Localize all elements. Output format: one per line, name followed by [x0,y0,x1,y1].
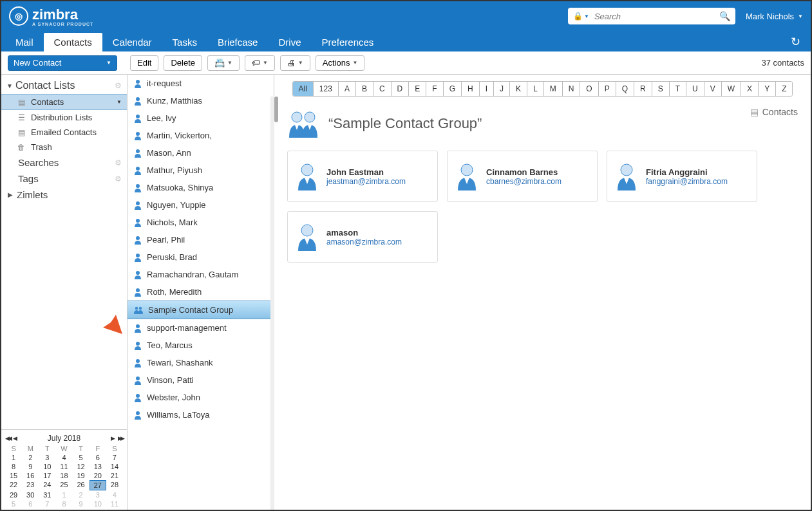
new-contact-button[interactable]: New Contact ▼ [8,55,117,71]
member-email[interactable]: jeastman@zimbra.com [326,177,406,186]
contact-list-item[interactable]: it-request [127,75,274,92]
search-icon[interactable]: 🔍 [719,11,730,21]
member-email[interactable]: cbarnes@zimbra.com [486,177,562,186]
alpha-123[interactable]: 123 [314,82,339,96]
alpha-i[interactable]: I [480,82,494,96]
cal-day[interactable]: 15 [5,471,22,480]
contact-lists-header[interactable]: ▼ Contact Lists ⚙ [1,77,127,94]
delete-button[interactable]: Delete [164,55,202,71]
tab-contacts[interactable]: Contacts [44,33,102,51]
cal-day[interactable]: 9 [73,499,90,508]
cal-prev-year[interactable]: ◀◀ [5,435,10,441]
cal-day[interactable]: 5 [73,453,90,462]
cal-day[interactable]: 2 [22,453,39,462]
contact-list-item[interactable]: Pearl, Phil [127,231,274,248]
cal-day[interactable]: 2 [73,490,90,499]
alpha-b[interactable]: B [356,82,373,96]
cal-day[interactable]: 30 [22,490,39,499]
tab-calendar[interactable]: Calendar [102,33,162,51]
cal-day[interactable]: 10 [39,462,55,471]
gear-icon[interactable]: ⚙ [115,158,122,167]
alpha-r[interactable]: R [634,82,652,96]
cal-day[interactable]: 29 [5,490,22,499]
cal-day[interactable]: 22 [5,480,22,490]
contact-list-item[interactable]: Roth, Meredith [127,283,274,301]
user-menu[interactable]: Mark Nichols ▼ [746,12,803,21]
cal-day[interactable]: 23 [22,480,39,490]
alpha-all[interactable]: All [293,82,314,96]
contact-list-item[interactable]: Lee, Ivy [127,109,274,127]
tab-preferences[interactable]: Preferences [311,33,384,51]
cal-day[interactable]: 13 [90,462,106,471]
gear-icon[interactable]: ⚙ [115,81,122,90]
cal-day[interactable]: 26 [73,480,90,490]
sidebar-item-emailed-contacts[interactable]: ▤Emailed Contacts [1,125,127,140]
tab-drive[interactable]: Drive [268,33,311,51]
contact-list-item[interactable]: support-management [127,319,274,337]
sidebar-item-distribution-lists[interactable]: ☰Distribution Lists [1,110,127,125]
alpha-s[interactable]: S [652,82,670,96]
contact-list-item[interactable]: Mason, Ann [127,144,274,162]
cal-day[interactable]: 21 [106,471,123,480]
tab-tasks[interactable]: Tasks [162,33,207,51]
cal-day[interactable]: 6 [22,499,39,508]
cal-day[interactable]: 6 [90,453,106,462]
cal-day[interactable]: 27 [90,480,106,490]
alpha-x[interactable]: X [741,82,759,96]
cal-title[interactable]: July 2018 [20,434,108,443]
member-email[interactable]: fanggraini@zimbra.com [646,177,728,186]
alpha-e[interactable]: E [409,82,426,96]
cal-day[interactable]: 12 [73,462,90,471]
member-card[interactable]: Cinnamon Barnescbarnes@zimbra.com [447,151,598,202]
contact-list-item[interactable]: Peruski, Brad [127,248,274,266]
member-card[interactable]: John Eastmanjeastman@zimbra.com [287,151,438,202]
cal-day[interactable]: 16 [22,471,39,480]
cal-day[interactable]: 20 [90,471,106,480]
contact-list-item[interactable]: Vinson, Patti [127,371,274,389]
logo[interactable]: ◎ zimbra A SYNACOR PRODUCT [9,6,93,26]
alpha-l[interactable]: L [527,82,544,96]
sidebar-zimlets[interactable]: ▶Zimlets [1,187,127,203]
tab-briefcase[interactable]: Briefcase [207,33,269,51]
alpha-y[interactable]: Y [759,82,776,96]
sidebar-tags[interactable]: Tags⚙ [1,171,127,187]
location-crumb[interactable]: ▤ Contacts [750,107,798,117]
gear-icon[interactable]: ⚙ [115,174,122,183]
alpha-f[interactable]: F [426,82,443,96]
search-box[interactable]: 🔒 ▼ 🔍 [568,8,735,24]
cal-day[interactable]: 18 [55,471,72,480]
refresh-icon[interactable]: ↻ [784,32,807,51]
contact-list-item[interactable]: Matsuoka, Shinya [127,179,274,196]
contact-list-item[interactable]: Williams, LaToya [127,406,274,423]
alpha-v[interactable]: V [704,82,722,96]
scrollbar-thumb[interactable] [274,97,278,122]
contact-list-item[interactable]: Mathur, Piyush [127,162,274,179]
cal-prev-month[interactable]: ◀ [13,435,17,441]
cal-day[interactable]: 10 [90,499,106,508]
alpha-m[interactable]: M [544,82,563,96]
print-button[interactable]: 🖨▼ [280,55,310,71]
cal-day[interactable]: 24 [39,480,55,490]
alpha-a[interactable]: A [339,82,356,96]
contact-list-item[interactable]: Webster, John [127,389,274,406]
contact-list-item[interactable]: Tewari, Shashank [127,354,274,371]
cal-day[interactable]: 14 [106,462,123,471]
alpha-j[interactable]: J [494,82,510,96]
member-email[interactable]: amason@zimbra.com [326,237,402,246]
cal-day[interactable]: 19 [73,471,90,480]
cal-day[interactable]: 3 [90,490,106,499]
contact-list-item[interactable]: Martin, Vickerton, [127,127,274,144]
alpha-g[interactable]: G [444,82,462,96]
search-scope-caret-icon[interactable]: ▼ [584,14,589,19]
contact-list-item[interactable]: Sample Contact Group [127,301,274,319]
cal-next-month[interactable]: ▶ [111,435,115,441]
contact-list-item[interactable]: Ramachandran, Gautam [127,266,274,283]
alpha-q[interactable]: Q [616,82,634,96]
tag-button[interactable]: 🏷▼ [245,55,275,71]
cal-day[interactable]: 17 [39,471,55,480]
contact-list-item[interactable]: Nichols, Mark [127,214,274,231]
alpha-h[interactable]: H [462,82,480,96]
actions-button[interactable]: Actions ▼ [316,55,365,71]
alpha-u[interactable]: U [686,82,704,96]
cal-day[interactable]: 7 [106,453,123,462]
